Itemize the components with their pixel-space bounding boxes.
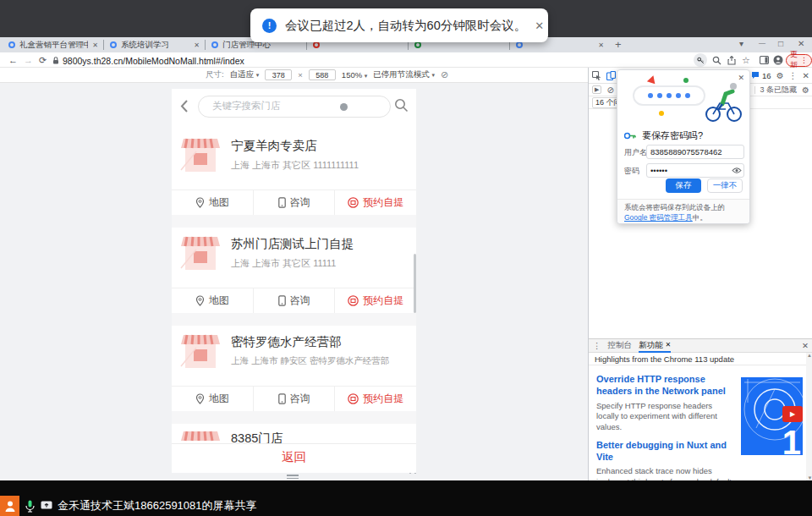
consult-label: 咨询: [290, 294, 310, 308]
tab-close-icon[interactable]: ✕: [92, 41, 98, 49]
tab-training[interactable]: 系统培训学习 ✕: [105, 37, 205, 52]
search-input[interactable]: [212, 101, 339, 111]
whatsnew-scrollbar[interactable]: ▲ ▼: [806, 353, 812, 481]
console-sidebar-icon[interactable]: ▶: [592, 85, 601, 94]
whatsnew-link[interactable]: Better debugging in Nuxt and Vite: [596, 440, 737, 464]
meeting-toast: ! 会议已超过2人，自动转为60分钟限时会议。 ✕: [250, 8, 548, 42]
new-tab-button[interactable]: +: [615, 38, 622, 51]
drawer-more-icon[interactable]: ⋮: [593, 341, 601, 350]
throttle-select[interactable]: 已停用节流模式 ▾: [373, 69, 435, 80]
store-actions: 地图 咨询 预约自提: [172, 386, 416, 411]
device-mode-icon[interactable]: [606, 71, 616, 80]
inspect-element-icon[interactable]: [592, 71, 601, 80]
drawer-tab-console[interactable]: 控制台: [608, 340, 633, 351]
dialog-title: 要保存密码吗?: [642, 129, 703, 142]
share-icon[interactable]: [727, 56, 736, 65]
map-button[interactable]: 地图: [172, 190, 253, 215]
bookmark-star-icon[interactable]: ☆: [742, 55, 750, 66]
devtools-close-icon[interactable]: ✕: [803, 71, 809, 80]
pickup-button[interactable]: 预约自提: [334, 190, 416, 215]
map-pin-icon: [195, 295, 205, 306]
microphone-icon[interactable]: [25, 500, 35, 513]
console-messages-badge[interactable]: 16: [751, 71, 771, 80]
side-panel-icon[interactable]: [760, 56, 769, 64]
back-button[interactable]: 返回: [282, 450, 306, 464]
store-card[interactable]: 宁夏羊肉专卖店 上海 上海市 其它区 1111111111 地图 咨询 预约自提: [172, 129, 416, 215]
hidden-messages-label[interactable]: 3 条已隐藏: [760, 85, 798, 96]
dialog-footer-note: 系统会将密码保存到此设备上的 Google 密码管理工具中。: [617, 199, 749, 223]
drawer-tab-whatsnew[interactable]: 新功能 ✕: [639, 339, 671, 353]
viewport-drag-handle[interactable]: [287, 475, 299, 480]
store-address: 上海 上海市 静安区 密特罗德水产经营部: [231, 355, 389, 367]
password-key-icon[interactable]: [694, 53, 707, 67]
viewport-scrollbar[interactable]: [414, 254, 416, 313]
reload-icon[interactable]: ⟳: [39, 55, 47, 66]
search-icon[interactable]: [394, 98, 409, 113]
toast-close-icon[interactable]: ✕: [535, 19, 544, 32]
map-label: 地图: [209, 392, 229, 406]
password-bubble: [633, 85, 705, 106]
clear-console-icon[interactable]: ⊘: [606, 85, 613, 95]
page-content-area: 宁夏羊肉专卖店 上海 上海市 其它区 1111111111 地图 咨询 预约自提: [0, 83, 588, 480]
whatsnew-link[interactable]: Override HTTP response headers in the Ne…: [596, 374, 737, 398]
window-minimize-button[interactable]: —: [759, 39, 765, 47]
zoom-select[interactable]: 150% ▾: [342, 70, 367, 80]
whatsnew-desc: Specify HTTP response headers locally to…: [596, 401, 737, 433]
store-card[interactable]: 密特罗德水产经营部 上海 上海市 静安区 密特罗德水产经营部 地图 咨询 预约自…: [172, 326, 416, 411]
pickup-label: 预约自提: [363, 294, 403, 308]
map-pin-icon: [195, 197, 205, 208]
store-name: 密特罗德水产经营部: [231, 334, 342, 350]
pickup-button[interactable]: 预约自提: [334, 288, 416, 313]
share-status-chip: 金禾通技术王斌18662591081的屏幕共享: [0, 496, 257, 516]
password-field[interactable]: [646, 163, 744, 178]
update-dots-icon: ⋮: [800, 56, 808, 64]
drawer-close-icon[interactable]: ✕: [802, 341, 809, 350]
consult-button[interactable]: 咨询: [253, 288, 335, 313]
consult-button[interactable]: 咨询: [253, 190, 335, 215]
browser-menu-caret-icon[interactable]: ▾: [739, 39, 743, 48]
map-button[interactable]: 地图: [172, 387, 253, 411]
google-key-icon: [624, 132, 637, 140]
pickup-icon: [348, 197, 359, 208]
show-password-eye-icon[interactable]: [732, 167, 742, 174]
pickup-icon: [348, 295, 359, 306]
window-maximize-button[interactable]: □: [778, 39, 783, 48]
size-label: 尺寸:: [206, 69, 224, 80]
chrome-update-button[interactable]: 更新 ⋮: [786, 54, 812, 67]
devtools-more-icon[interactable]: ⋮: [789, 71, 798, 80]
video-play-button[interactable]: ▶: [782, 406, 803, 422]
back-bar[interactable]: 返回: [172, 443, 416, 473]
map-button[interactable]: 地图: [172, 288, 253, 313]
chrome-version-number: 1: [782, 424, 801, 455]
console-settings-icon[interactable]: ⚙: [802, 85, 809, 95]
device-mode-select[interactable]: 自适应 ▾: [230, 69, 260, 80]
decor-yellow-dot: [659, 111, 664, 116]
tab-close-icon[interactable]: ✕: [598, 41, 604, 49]
whatsnew-desc: Enhanced stack trace now hides irrelevan…: [596, 466, 737, 481]
profile-avatar-icon[interactable]: [773, 55, 783, 65]
address-bar[interactable]: 9800ys.th28.cn/MobileModNoMall.html#/ind…: [63, 56, 244, 66]
whatsnew-header: Highlights from the Chrome 113 update: [589, 353, 812, 365]
devtools-settings-icon[interactable]: ⚙: [776, 71, 784, 80]
store-name: 宁夏羊肉专卖店: [231, 138, 317, 154]
forward-icon[interactable]: →: [24, 55, 33, 65]
viewport-height-input[interactable]: [309, 69, 336, 80]
back-icon[interactable]: ←: [8, 55, 18, 65]
username-field[interactable]: [646, 145, 744, 159]
whatsnew-tab-close-icon[interactable]: ✕: [666, 338, 672, 351]
password-manager-link[interactable]: Google 密码管理工具: [624, 213, 693, 222]
tab-gift-platform[interactable]: 礼盒营销平台管理中心 ✕: [3, 37, 103, 52]
viewport-width-input[interactable]: [265, 69, 292, 80]
tab-close-icon[interactable]: ✕: [194, 41, 200, 49]
store-card[interactable]: 苏州门店测试上门自提 上海 上海市 其它区 11111 地图 咨询 预约自提: [172, 228, 416, 313]
zoom-icon[interactable]: [712, 56, 721, 65]
save-password-button[interactable]: 保存: [666, 178, 701, 193]
back-chevron-icon[interactable]: [180, 100, 189, 113]
never-save-button[interactable]: 一律不: [707, 178, 743, 193]
store-search-field[interactable]: [198, 96, 391, 118]
window-close-button[interactable]: ✕: [798, 39, 804, 48]
scroll-up-icon[interactable]: ▲: [807, 353, 812, 358]
pickup-button[interactable]: 预约自提: [334, 387, 416, 411]
consult-button[interactable]: 咨询: [253, 387, 335, 411]
toast-message: 会议已超过2人，自动转为60分钟限时会议。: [285, 18, 526, 34]
